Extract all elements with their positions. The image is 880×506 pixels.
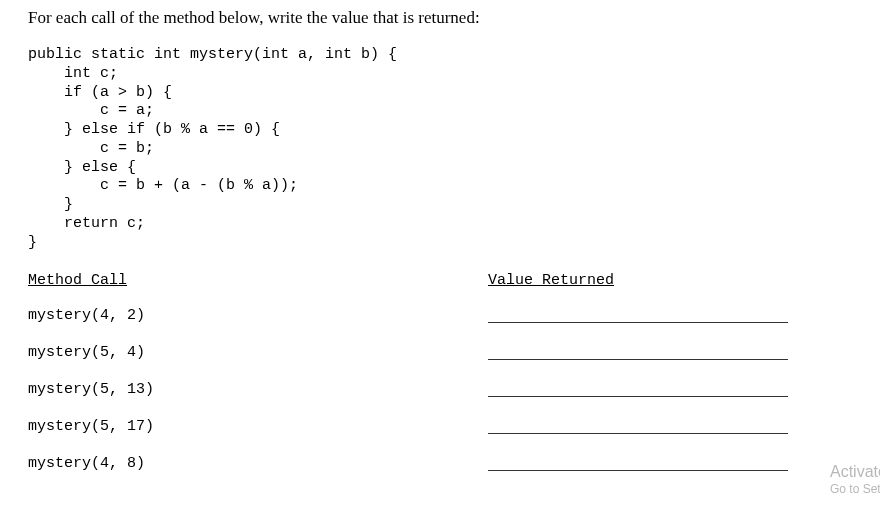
answer-row xyxy=(488,381,808,418)
answer-row xyxy=(488,418,808,455)
watermark-line2: Go to Settings to activate Windows. xyxy=(830,482,880,498)
answer-blank[interactable] xyxy=(488,307,788,323)
method-call-text: mystery(5, 13) xyxy=(28,381,154,398)
method-call-text: mystery(4, 2) xyxy=(28,307,145,324)
method-call-text: mystery(5, 4) xyxy=(28,344,145,361)
answer-blank[interactable] xyxy=(488,381,788,397)
columns-container: Method Call mystery(4, 2) mystery(5, 4) … xyxy=(28,272,880,492)
method-call-row: mystery(4, 2) xyxy=(28,307,488,344)
answer-blank[interactable] xyxy=(488,455,788,471)
method-call-row: mystery(5, 17) xyxy=(28,418,488,455)
value-returned-column: Value Returned xyxy=(488,272,808,492)
method-call-row: mystery(4, 8) xyxy=(28,455,488,492)
method-call-text: mystery(5, 17) xyxy=(28,418,154,435)
answer-row xyxy=(488,455,808,492)
method-call-column: Method Call mystery(4, 2) mystery(5, 4) … xyxy=(28,272,488,492)
method-call-text: mystery(4, 8) xyxy=(28,455,145,472)
answer-row xyxy=(488,344,808,381)
windows-activation-watermark: Activate Windows Go to Settings to activ… xyxy=(830,462,880,498)
method-call-header: Method Call xyxy=(28,272,127,289)
watermark-line1: Activate Windows xyxy=(830,462,880,483)
answer-row xyxy=(488,307,808,344)
method-call-row: mystery(5, 13) xyxy=(28,381,488,418)
instruction-text: For each call of the method below, write… xyxy=(28,8,880,28)
answer-blank[interactable] xyxy=(488,418,788,434)
answer-blank[interactable] xyxy=(488,344,788,360)
code-block: public static int mystery(int a, int b) … xyxy=(28,46,880,252)
value-returned-header: Value Returned xyxy=(488,272,614,289)
method-call-row: mystery(5, 4) xyxy=(28,344,488,381)
